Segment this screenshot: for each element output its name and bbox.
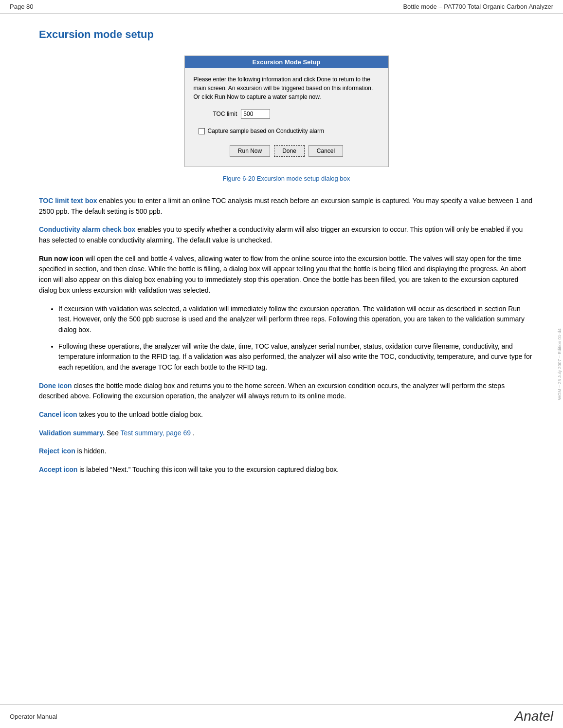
validation-summary-link[interactable]: Test summary, page 69 <box>121 429 191 437</box>
text-validation-end: . <box>193 429 195 437</box>
dialog-box: Excursion Mode Setup Please enter the fo… <box>184 56 389 167</box>
term-conductivity: Conductivity alarm check box <box>39 225 135 233</box>
page-title: Excursion mode setup <box>39 28 534 41</box>
section-validation-summary: Validation summary. See Test summary, pa… <box>39 428 534 439</box>
bullet-item-1: If excursion with validation was selecte… <box>58 304 534 336</box>
done-button[interactable]: Done <box>274 145 305 157</box>
cancel-button[interactable]: Cancel <box>309 145 343 157</box>
bullet-item-2: Following these operations, the analyzer… <box>58 341 534 373</box>
checkbox-label: Capture sample based on Conductivity ala… <box>208 128 324 134</box>
conductivity-checkbox[interactable] <box>199 128 205 134</box>
term-cancel-icon: Cancel icon <box>39 411 77 418</box>
toc-limit-input[interactable] <box>241 109 270 119</box>
section-run-now: Run now icon will open the cell and bott… <box>39 254 534 296</box>
toc-limit-row: TOC limit <box>213 109 380 119</box>
footer-left: Operator Manual <box>10 713 57 720</box>
text-toc-limit: enables you to enter a limit an online T… <box>39 197 532 215</box>
checkbox-row: Capture sample based on Conductivity ala… <box>199 128 380 134</box>
text-reject-icon: is hidden. <box>75 447 107 455</box>
text-run-now: will open the cell and bottle 4 valves, … <box>39 255 526 294</box>
figure-caption: Figure 6-20 Excursion mode setup dialog … <box>39 175 534 182</box>
dialog-body: Please enter the following information a… <box>185 68 388 167</box>
run-now-button[interactable]: Run Now <box>230 145 270 157</box>
section-toc-limit: TOC limit text box enables you to enter … <box>39 196 534 217</box>
dialog-container: Excursion Mode Setup Please enter the fo… <box>39 56 534 167</box>
section-reject-icon: Reject icon is hidden. <box>39 446 534 457</box>
text-cancel-icon: takes you to the unload bottle dialog bo… <box>77 411 203 418</box>
footer-right: Anatel <box>515 709 553 724</box>
text-validation-see: See <box>107 429 121 437</box>
term-run-now: Run now icon <box>39 255 84 262</box>
header-right: Bottle mode – PAT700 Total Organic Carbo… <box>403 3 553 10</box>
dialog-description: Please enter the following information a… <box>194 75 380 101</box>
text-accept-icon: is labeled “Next.” Touching this icon wi… <box>77 466 339 473</box>
dialog-titlebar: Excursion Mode Setup <box>185 56 388 68</box>
term-validation-summary: Validation summary. <box>39 429 105 437</box>
header-left: Page 80 <box>10 3 33 10</box>
term-reject-icon: Reject icon <box>39 447 75 455</box>
section-cancel-icon: Cancel icon takes you to the unload bott… <box>39 410 534 420</box>
section-conductivity: Conductivity alarm check box enables you… <box>39 224 534 245</box>
bullet-list: If excursion with validation was selecte… <box>58 304 534 373</box>
term-done-icon: Done icon <box>39 382 72 390</box>
section-accept-icon: Accept icon is labeled “Next.” Touching … <box>39 465 534 475</box>
term-toc-limit: TOC limit text box <box>39 197 97 205</box>
watermark: WGM – 25 July 2007 – Edition 01-d4 <box>557 328 562 400</box>
text-done-icon: closes the bottle mode dialog box and re… <box>39 382 505 400</box>
section-done-icon: Done icon closes the bottle mode dialog … <box>39 381 534 402</box>
term-accept-icon: Accept icon <box>39 466 77 473</box>
main-content: Excursion mode setup Excursion Mode Setu… <box>0 14 563 522</box>
dialog-buttons: Run Now Done Cancel <box>194 145 380 160</box>
toc-limit-label: TOC limit <box>213 111 237 117</box>
page-footer: Operator Manual Anatel <box>0 704 563 728</box>
page-header: Page 80 Bottle mode – PAT700 Total Organ… <box>0 0 563 14</box>
